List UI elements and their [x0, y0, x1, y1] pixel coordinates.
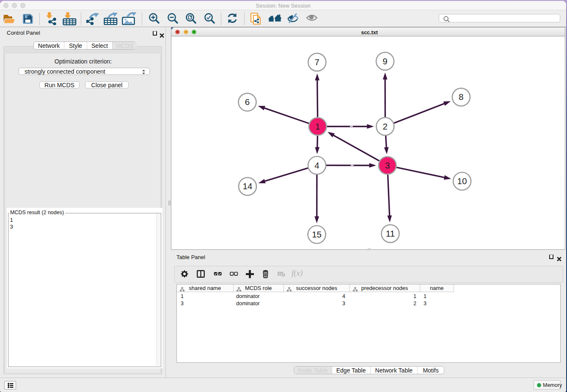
svg-text:15: 15 — [312, 229, 322, 239]
svg-text:9: 9 — [383, 56, 387, 66]
svg-text:6: 6 — [245, 97, 250, 107]
svg-text:7: 7 — [315, 57, 319, 67]
svg-text:10: 10 — [457, 176, 467, 186]
svg-text:4: 4 — [314, 160, 319, 170]
svg-text:11: 11 — [386, 229, 395, 238]
svg-text:1: 1 — [315, 121, 320, 131]
svg-text:2: 2 — [383, 121, 388, 131]
svg-text:8: 8 — [459, 92, 463, 102]
svg-text:3: 3 — [385, 160, 390, 170]
svg-text:14: 14 — [243, 181, 253, 191]
